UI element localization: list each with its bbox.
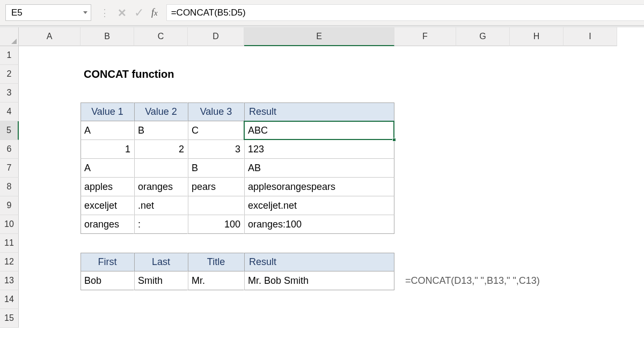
data-cell[interactable]: A (80, 121, 134, 140)
cell[interactable] (188, 84, 244, 102)
row-header[interactable]: 12 (0, 253, 19, 271)
cell[interactable] (80, 309, 134, 328)
cell[interactable] (19, 309, 80, 328)
cell[interactable] (134, 65, 188, 84)
cell[interactable] (19, 84, 80, 102)
row-header[interactable]: 2 (0, 65, 19, 84)
fill-handle[interactable] (392, 138, 396, 142)
cell[interactable] (19, 121, 80, 140)
name-box[interactable]: E5 (5, 4, 91, 21)
cell[interactable] (456, 290, 510, 309)
cell[interactable] (19, 178, 80, 196)
cell[interactable] (244, 309, 394, 328)
result-cell[interactable]: ABC (244, 121, 394, 140)
column-header[interactable]: E (244, 27, 394, 46)
cell[interactable] (510, 102, 564, 121)
cell[interactable] (188, 309, 244, 328)
data-cell[interactable]: Bob (80, 271, 134, 290)
cell[interactable] (394, 140, 456, 159)
cell[interactable] (188, 234, 244, 253)
cell[interactable] (456, 140, 510, 159)
cell[interactable] (510, 46, 564, 65)
data-cell[interactable]: 100 (188, 215, 244, 234)
row-header[interactable]: 6 (0, 140, 19, 159)
table-header[interactable]: Value 1 (80, 102, 134, 121)
cell[interactable] (456, 271, 510, 290)
data-cell[interactable] (188, 196, 244, 215)
cell[interactable] (510, 121, 564, 140)
cell[interactable] (510, 196, 564, 215)
cell[interactable] (510, 140, 564, 159)
cell[interactable] (456, 178, 510, 196)
cell[interactable] (456, 102, 510, 121)
row-header[interactable]: 1 (0, 46, 19, 65)
cell[interactable] (244, 46, 394, 65)
data-cell[interactable]: apples (80, 178, 134, 196)
row-header[interactable]: 3 (0, 84, 19, 102)
cell[interactable] (510, 309, 564, 328)
cell[interactable] (564, 234, 617, 253)
column-header[interactable]: B (80, 27, 134, 46)
cell[interactable] (564, 178, 617, 196)
data-cell[interactable]: exceljet (80, 196, 134, 215)
cell[interactable] (564, 140, 617, 159)
cell[interactable] (80, 234, 134, 253)
cell[interactable] (564, 290, 617, 309)
column-header[interactable]: D (188, 27, 244, 46)
row-header[interactable]: 4 (0, 102, 19, 121)
data-cell[interactable]: Smith (134, 271, 188, 290)
row-header[interactable]: 13 (0, 271, 19, 290)
data-cell[interactable]: : (134, 215, 188, 234)
cell[interactable] (244, 65, 394, 84)
cell[interactable] (510, 253, 564, 271)
row-header[interactable]: 11 (0, 234, 19, 253)
result-cell[interactable]: AB (244, 159, 394, 178)
cell[interactable] (80, 290, 134, 309)
cell[interactable] (510, 215, 564, 234)
column-header[interactable]: G (456, 27, 510, 46)
result-cell[interactable]: oranges:100 (244, 215, 394, 234)
cell[interactable] (456, 234, 510, 253)
data-cell[interactable]: oranges (134, 178, 188, 196)
chevron-down-icon[interactable] (83, 11, 87, 14)
column-header[interactable]: H (510, 27, 564, 46)
cell[interactable] (394, 84, 456, 102)
cell[interactable] (456, 253, 510, 271)
cell[interactable] (510, 178, 564, 196)
cell[interactable] (19, 215, 80, 234)
row-header[interactable]: 5 (0, 121, 19, 140)
cell[interactable] (19, 253, 80, 271)
cell[interactable] (188, 65, 244, 84)
table-header[interactable]: First (80, 253, 134, 271)
cell[interactable] (564, 84, 617, 102)
cell[interactable] (394, 253, 456, 271)
enter-icon[interactable]: ✓ (134, 6, 144, 20)
cell[interactable] (188, 46, 244, 65)
cell[interactable] (134, 290, 188, 309)
cell[interactable] (456, 46, 510, 65)
cell[interactable] (394, 159, 456, 178)
cell[interactable] (564, 309, 617, 328)
cell[interactable] (564, 102, 617, 121)
cell[interactable] (510, 65, 564, 84)
cell[interactable] (564, 46, 617, 65)
cell[interactable] (19, 234, 80, 253)
cell[interactable] (564, 196, 617, 215)
worksheet-grid[interactable]: ABCDEFGHI12CONCAT function34Value 1Value… (0, 27, 644, 328)
result-cell[interactable]: applesorangespears (244, 178, 394, 196)
data-cell[interactable]: pears (188, 178, 244, 196)
data-cell[interactable]: 1 (80, 140, 134, 159)
result-cell[interactable]: exceljet.net (244, 196, 394, 215)
cell[interactable] (394, 65, 456, 84)
column-header[interactable]: A (19, 27, 80, 46)
cell[interactable] (80, 46, 134, 65)
cell[interactable] (394, 121, 456, 140)
row-header[interactable]: 14 (0, 290, 19, 309)
cell[interactable] (134, 46, 188, 65)
cell[interactable] (510, 84, 564, 102)
row-header[interactable]: 9 (0, 196, 19, 215)
column-header[interactable]: I (564, 27, 617, 46)
cell[interactable] (564, 215, 617, 234)
cell[interactable] (19, 159, 80, 178)
cell[interactable] (394, 46, 456, 65)
